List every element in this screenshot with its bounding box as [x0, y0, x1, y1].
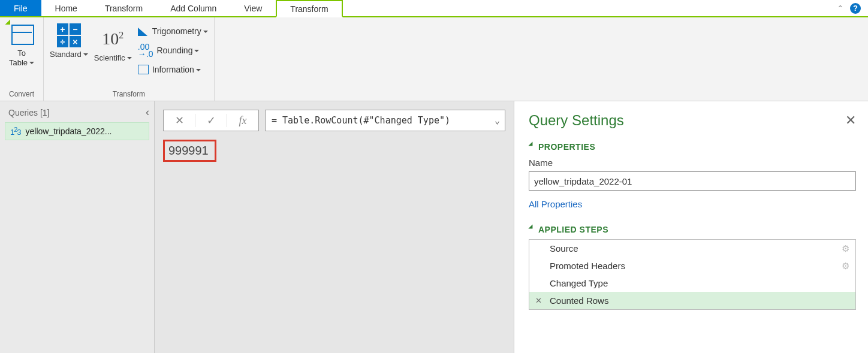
query-name-input[interactable] — [529, 171, 856, 191]
collapse-queries-icon[interactable]: ‹ — [146, 106, 149, 119]
standard-button[interactable]: +−÷× Standard — [50, 21, 88, 59]
result-value[interactable]: 999991 — [163, 140, 216, 162]
triangle-collapse-icon — [528, 142, 537, 150]
collapse-ribbon-icon[interactable]: ⌃ — [837, 4, 844, 13]
rounding-icon: .00→.0 — [138, 43, 153, 58]
tab-add-column[interactable]: Add Column — [156, 0, 230, 16]
query-item-label: yellow_tripdata_2022... — [26, 126, 112, 136]
group-label-transform: Transform — [113, 90, 145, 99]
table-icon — [10, 23, 33, 46]
step-label: Changed Type — [550, 278, 608, 288]
ribbon-group-convert: ToTable Convert — [0, 17, 44, 101]
cancel-formula-icon[interactable]: ✕ — [164, 114, 195, 127]
ribbon: ToTable Convert +−÷× Standard 102 Scient… — [0, 17, 868, 101]
information-icon — [138, 65, 149, 74]
properties-header-label: PROPERTIES — [538, 142, 595, 152]
to-table-label-2: Table — [9, 58, 34, 67]
ribbon-tab-strip: File Home Transform Add Column View Tran… — [0, 0, 868, 17]
information-button[interactable]: Information — [138, 61, 208, 79]
gear-icon[interactable]: ⚙ — [842, 243, 849, 254]
tab-home[interactable]: Home — [41, 0, 91, 16]
query-settings-pane: Query Settings ✕ PROPERTIES Name All Pro… — [514, 101, 868, 353]
main-area: Queries [1] ‹ 123 yellow_tripdata_2022..… — [0, 101, 868, 353]
help-icon[interactable]: ? — [850, 3, 861, 14]
applied-steps-section-header[interactable]: APPLIED STEPS — [529, 225, 856, 234]
applied-steps-list: Source ⚙ Promoted Headers ⚙ Changed Type… — [529, 239, 856, 310]
trigonometry-label: Trigonometry — [152, 26, 208, 36]
applied-step-selected[interactable]: Counted Rows — [529, 292, 855, 309]
step-label: Promoted Headers — [550, 261, 625, 271]
scientific-icon: 102 — [102, 23, 123, 51]
number-type-icon: 123 — [10, 126, 21, 137]
group-label-convert: Convert — [9, 90, 34, 99]
all-properties-link[interactable]: All Properties — [529, 199, 582, 209]
work-area: ✕ ✓ fx = Table.RowCount(#"Changed Type")… — [155, 101, 514, 353]
fx-icon[interactable]: fx — [227, 114, 258, 127]
applied-steps-header-label: APPLIED STEPS — [538, 225, 608, 234]
trigonometry-button[interactable]: Trigonometry — [138, 22, 208, 40]
name-label: Name — [529, 158, 856, 168]
tab-transform[interactable]: Transform — [91, 0, 156, 16]
settings-title: Query Settings — [529, 112, 624, 129]
step-label: Counted Rows — [550, 295, 608, 306]
triangle-icon — [138, 26, 149, 36]
triangle-collapse-icon — [528, 225, 537, 233]
scientific-label: Scientific — [94, 53, 132, 63]
commit-formula-icon[interactable]: ✓ — [195, 114, 227, 127]
scientific-button[interactable]: 102 Scientific — [94, 21, 132, 63]
applied-step[interactable]: Promoted Headers ⚙ — [529, 257, 855, 274]
formula-text: = Table.RowCount(#"Changed Type") — [272, 115, 450, 126]
queries-pane: Queries [1] ‹ 123 yellow_tripdata_2022..… — [0, 101, 155, 353]
tab-file[interactable]: File — [0, 0, 41, 16]
queries-header-label: Queries [1] — [8, 108, 49, 117]
rounding-button[interactable]: .00→.0 Rounding — [138, 41, 208, 59]
to-table-button[interactable]: ToTable — [6, 21, 37, 68]
formula-bar[interactable]: = Table.RowCount(#"Changed Type") ⌄ — [265, 110, 505, 131]
rounding-label: Rounding — [156, 46, 199, 55]
calculator-icon: +−÷× — [57, 23, 81, 47]
applied-step[interactable]: Source ⚙ — [529, 240, 855, 257]
gear-icon[interactable]: ⚙ — [842, 261, 849, 271]
tab-view[interactable]: View — [230, 0, 276, 16]
tab-context-transform[interactable]: Transform — [276, 0, 342, 17]
expand-formula-icon[interactable]: ⌄ — [495, 115, 500, 126]
to-table-label-1: To — [17, 49, 26, 58]
close-settings-icon[interactable]: ✕ — [845, 113, 856, 128]
step-label: Source — [550, 243, 578, 254]
standard-label: Standard — [50, 50, 88, 59]
properties-section-header[interactable]: PROPERTIES — [529, 142, 856, 152]
query-item[interactable]: 123 yellow_tripdata_2022... — [5, 122, 149, 140]
formula-tools: ✕ ✓ fx — [163, 110, 259, 131]
applied-step[interactable]: Changed Type — [529, 274, 855, 292]
ribbon-group-transform: +−÷× Standard 102 Scientific Trigonometr… — [44, 17, 215, 101]
information-label: Information — [152, 65, 201, 74]
